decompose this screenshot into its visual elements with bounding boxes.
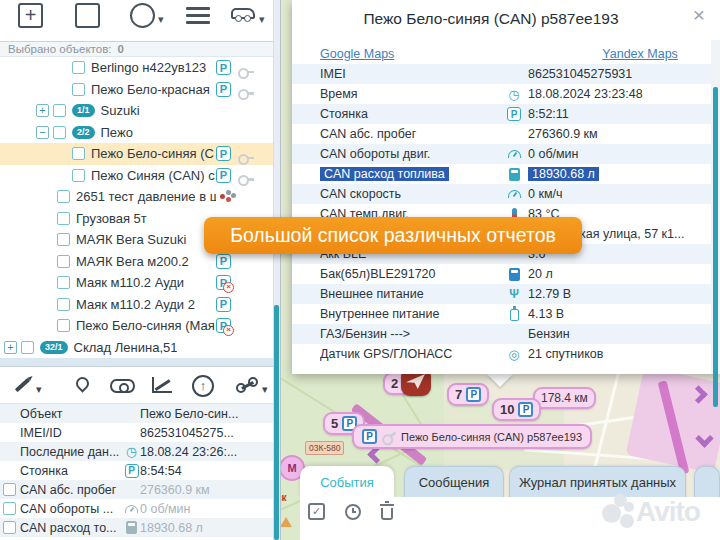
info-scrollbar-track[interactable] bbox=[711, 40, 720, 374]
checkbox[interactable] bbox=[72, 147, 85, 160]
detail-row-can-rpm: CAN обороты ... 0 об/мин bbox=[0, 499, 273, 518]
checkbox[interactable] bbox=[57, 276, 70, 289]
tree-item-pejo-white-blue[interactable]: Пежо Бело-синяя (С bbox=[0, 143, 273, 165]
map-marker-group-10[interactable]: 10 bbox=[492, 398, 541, 421]
tree-item-mayak-audi[interactable]: Маяк м110.2 Ауди bbox=[0, 272, 273, 294]
expand-icon[interactable]: + bbox=[4, 341, 17, 354]
tree-item-pejo-blue[interactable]: Пежо Синяя (CAN) с bbox=[0, 165, 273, 187]
object-details-table: Объект Пежо Бело-син... IMEI/ID 86253104… bbox=[0, 404, 273, 540]
chevron-down-icon[interactable] bbox=[36, 379, 42, 397]
checkbox[interactable] bbox=[72, 61, 85, 74]
tree-item-pejo-mayak[interactable]: Пежо Бело-синяя (Мая bbox=[0, 315, 273, 337]
collapse-icon[interactable]: − bbox=[36, 126, 49, 139]
watermark-circle bbox=[620, 514, 634, 528]
trash-icon[interactable] bbox=[381, 508, 393, 520]
chart-icon[interactable] bbox=[152, 377, 172, 393]
chevron-down-icon[interactable] bbox=[158, 9, 164, 27]
info-row-rpm: CAN обороты двиг. 0 об/мин bbox=[292, 144, 711, 164]
list-view-icon[interactable] bbox=[186, 7, 210, 10]
tree-item-2651[interactable]: 2651 тест давление в ш bbox=[0, 186, 273, 208]
location-pin-icon[interactable] bbox=[73, 374, 91, 392]
detail-row-parking: Стоянка 8:54:54 bbox=[0, 461, 273, 480]
map-road bbox=[591, 371, 621, 478]
google-maps-link[interactable]: Google Maps bbox=[320, 47, 394, 61]
object-actions-toolbar: ↑ bbox=[0, 366, 280, 404]
fuel-icon bbox=[509, 268, 520, 281]
geofence-filter-icon[interactable] bbox=[130, 3, 155, 28]
parking-icon[interactable] bbox=[216, 297, 231, 312]
checkbox[interactable] bbox=[57, 190, 70, 203]
yandex-maps-link[interactable]: Yandex Maps bbox=[602, 47, 678, 61]
power-plug-icon bbox=[509, 287, 519, 301]
parking-off-icon[interactable] bbox=[216, 275, 231, 290]
detail-row-can-fuel: CAN расход то... 18930.68 л bbox=[0, 518, 273, 537]
distance-bubble[interactable]: 178.4 км bbox=[533, 387, 596, 409]
checkbox[interactable] bbox=[57, 298, 70, 311]
tab-events[interactable]: События bbox=[300, 466, 394, 498]
map-marker-group-7[interactable]: 7 bbox=[447, 383, 489, 406]
parking-off-icon[interactable] bbox=[216, 318, 231, 333]
watermark-circle bbox=[602, 504, 621, 523]
marker-count: 10 bbox=[500, 402, 514, 417]
avito-watermark: Avito bbox=[600, 490, 720, 536]
add-object-icon[interactable] bbox=[18, 3, 43, 28]
checkbox[interactable] bbox=[72, 169, 85, 182]
vehicle-label-bubble[interactable]: Пежо Бело-синяя (CAN) p587ee193 bbox=[352, 424, 592, 449]
edit-icon[interactable] bbox=[15, 378, 30, 392]
select-all-checkbox[interactable]: ✓ bbox=[308, 503, 325, 520]
map-links-row: Google Maps Yandex Maps bbox=[292, 44, 711, 64]
vehicle-title: Пежо Бело-синяя (CAN) p587ee193 bbox=[292, 10, 690, 28]
group-count-badge: 32/1 bbox=[40, 341, 68, 354]
checkbox[interactable] bbox=[3, 483, 16, 496]
checkbox[interactable] bbox=[57, 319, 70, 332]
tab-messages[interactable]: Сообщения bbox=[404, 466, 504, 498]
gauge-icon bbox=[508, 150, 521, 158]
sidebar-scrollbar-thumb[interactable] bbox=[274, 305, 279, 540]
checkbox[interactable] bbox=[57, 255, 70, 268]
tree-group-sklad[interactable]: + 32/1 Склад Ленина,51 bbox=[0, 337, 273, 359]
checkbox[interactable] bbox=[3, 502, 16, 515]
checkbox[interactable] bbox=[53, 104, 66, 117]
expand-icon[interactable]: + bbox=[36, 104, 49, 117]
parking-icon bbox=[125, 464, 139, 478]
route-icon[interactable] bbox=[236, 377, 258, 393]
checkbox[interactable] bbox=[72, 83, 85, 96]
detail-row-can-mileage: CAN абс. пробег 276360.9 км bbox=[0, 480, 273, 499]
visibility-icon[interactable] bbox=[110, 379, 135, 393]
parking-icon[interactable] bbox=[216, 146, 231, 161]
export-icon[interactable]: ↑ bbox=[192, 375, 214, 397]
tree-item-berlingo[interactable]: Berlingo н422ув123 bbox=[0, 57, 273, 79]
clock-icon bbox=[508, 87, 519, 102]
chevron-down-icon[interactable] bbox=[262, 379, 268, 397]
chevron-down-icon[interactable] bbox=[259, 9, 265, 27]
tree-item-mayak-audi-2[interactable]: Маяк м110.2 Ауди 2 bbox=[0, 294, 273, 316]
group-count-badge: 1/1 bbox=[72, 104, 95, 117]
checkbox[interactable] bbox=[3, 521, 16, 534]
parking-icon[interactable] bbox=[216, 254, 231, 269]
sidebar: Выбрано объектов:0 Berlingo н422ув123 Пе… bbox=[0, 0, 281, 540]
select-none-icon[interactable] bbox=[75, 3, 100, 28]
objects-toolbar bbox=[0, 0, 280, 42]
tree-group-pejo[interactable]: − 2/2 Пежо bbox=[0, 122, 273, 144]
sidebar-scrollbar-track[interactable] bbox=[273, 0, 280, 540]
vehicle-filter-icon[interactable] bbox=[231, 8, 255, 19]
parking-icon bbox=[507, 107, 521, 121]
parking-icon bbox=[362, 429, 377, 444]
info-row-fuel[interactable]: CAN расход топлива 18930.68 л bbox=[292, 164, 711, 184]
checkbox[interactable] bbox=[57, 212, 70, 225]
parking-icon[interactable] bbox=[216, 168, 231, 183]
info-scrollbar-thumb[interactable] bbox=[713, 87, 718, 407]
info-row-ext-power: Внешнее питание 12.79 В bbox=[292, 284, 711, 304]
checkbox[interactable] bbox=[53, 126, 66, 139]
tree-group-suzuki[interactable]: + 1/1 Suzuki bbox=[0, 100, 273, 122]
close-icon[interactable]: × bbox=[688, 4, 710, 26]
metro-letter: М bbox=[287, 462, 296, 474]
checkbox[interactable] bbox=[21, 341, 34, 354]
parking-icon[interactable] bbox=[216, 60, 231, 75]
gauge-icon bbox=[125, 505, 138, 513]
time-filter-icon[interactable] bbox=[345, 504, 361, 520]
parking-icon[interactable] bbox=[216, 82, 231, 97]
checkbox[interactable] bbox=[57, 233, 70, 246]
info-panel-pointer bbox=[487, 374, 513, 387]
tree-item-pejo-red[interactable]: Пежо Бело-красная bbox=[0, 79, 273, 101]
